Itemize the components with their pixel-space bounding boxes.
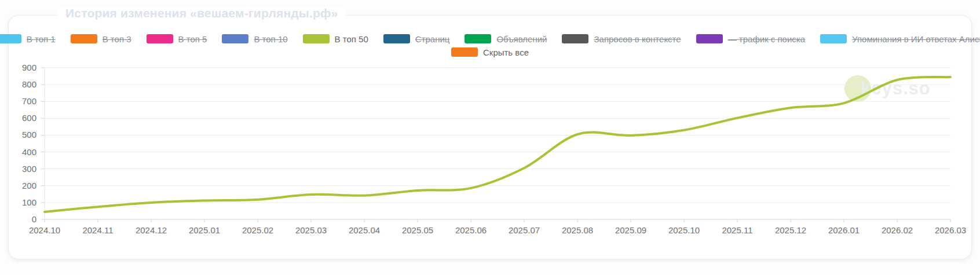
x-axis-label: 2025.06 [455, 225, 487, 235]
legend-item-hide-all[interactable]: Скрыть все [451, 47, 529, 57]
legend-label-top3: В топ 3 [103, 34, 131, 44]
x-axis-label: 2024.11 [82, 225, 113, 235]
legend-label-pages: Страниц [415, 34, 450, 44]
legend-label-alice-ai-mentions: Упоминания в ИИ ответах Алисы [852, 34, 980, 44]
x-axis-label: 2025.09 [615, 225, 646, 235]
legend-item-top5[interactable]: В топ 5 [147, 34, 207, 44]
legend-item-ads[interactable]: Объявлений [465, 34, 547, 44]
legend-swatch-top3 [71, 34, 97, 43]
x-axis-label: 2025.04 [349, 225, 380, 235]
y-axis-label: 600 [22, 113, 36, 123]
legend-label-top5: В топ 5 [178, 34, 207, 44]
legend-item-search-traffic[interactable]: — трафик с поиска [696, 34, 805, 44]
y-axis-label: 700 [22, 96, 36, 106]
x-axis-label: 2025.01 [189, 225, 220, 235]
x-axis-label: 2025.02 [242, 225, 273, 235]
y-axis-label: 0 [32, 214, 36, 224]
x-axis-label: 2025.08 [562, 225, 593, 235]
x-axis-label: 2026.02 [882, 225, 913, 235]
legend-swatch-top50 [303, 34, 330, 43]
legend-swatch-hide-all [451, 47, 478, 57]
y-axis-label: 200 [22, 181, 36, 190]
y-axis-label: 800 [22, 79, 36, 89]
x-axis-label: 2025.03 [295, 225, 327, 235]
legend-item-top50[interactable]: В топ 50 [303, 34, 368, 44]
x-axis-label: 2025.11 [722, 225, 752, 235]
legend-swatch-search-traffic [696, 34, 723, 43]
series-line-В топ 50 [45, 77, 950, 212]
legend-item-pages[interactable]: Страниц [383, 34, 450, 44]
legend-swatch-alice-ai-mentions [820, 34, 847, 43]
legend-label-top50: В топ 50 [335, 34, 368, 44]
legend-item-top1[interactable]: В топ 1 [0, 34, 56, 44]
y-axis-label: 900 [22, 63, 36, 72]
legend-label-context-queries: Запросов в контексте [594, 34, 681, 44]
x-axis-label: 2026.01 [828, 225, 860, 235]
legend-label-hide-all: Скрыть все [483, 47, 529, 57]
legend-swatch-pages [383, 34, 410, 43]
x-axis-label: 2025.05 [402, 225, 433, 235]
legend-item-alice-ai-mentions[interactable]: Упоминания в ИИ ответах Алисы [820, 34, 980, 44]
legend-label-top1: В топ 1 [27, 34, 56, 44]
legend-label-search-traffic: — трафик с поиска [728, 34, 805, 44]
legend-label-top10: В топ 10 [254, 34, 287, 44]
x-axis-label: 2025.10 [668, 225, 700, 235]
legend-item-top3[interactable]: В топ 3 [71, 34, 131, 44]
x-axis-label: 2025.12 [775, 225, 806, 235]
legend-swatch-top1 [0, 34, 21, 43]
x-axis-label: 2025.07 [509, 225, 540, 235]
legend-label-ads: Объявлений [496, 34, 547, 44]
y-axis-label: 400 [22, 147, 36, 157]
legend-item-context-queries[interactable]: Запросов в контексте [562, 34, 681, 44]
chart-area[interactable]: keys.so 01002003004005006007008009002024… [9, 62, 971, 247]
legend-item-top10[interactable]: В топ 10 [222, 34, 287, 44]
legend-swatch-top5 [147, 34, 173, 43]
x-axis-label: 2026.03 [935, 225, 966, 235]
y-axis-label: 300 [22, 164, 36, 174]
legend-hide-all-row: Скрыть все [9, 46, 971, 58]
legend-swatch-top10 [222, 34, 248, 43]
history-line-chart: 01002003004005006007008009002024.102024.… [9, 62, 972, 244]
x-axis-label: 2024.12 [136, 225, 167, 235]
legend-swatch-ads [465, 34, 491, 43]
y-axis-label: 500 [22, 130, 36, 140]
history-chart-card: История изменения «вешаем-гирлянды.рф» В… [8, 15, 972, 259]
card-title: История изменения «вешаем-гирлянды.рф» [57, 6, 346, 20]
x-axis-label: 2024.10 [29, 225, 60, 235]
y-axis-label: 100 [22, 197, 36, 207]
legend-swatch-context-queries [562, 34, 588, 43]
